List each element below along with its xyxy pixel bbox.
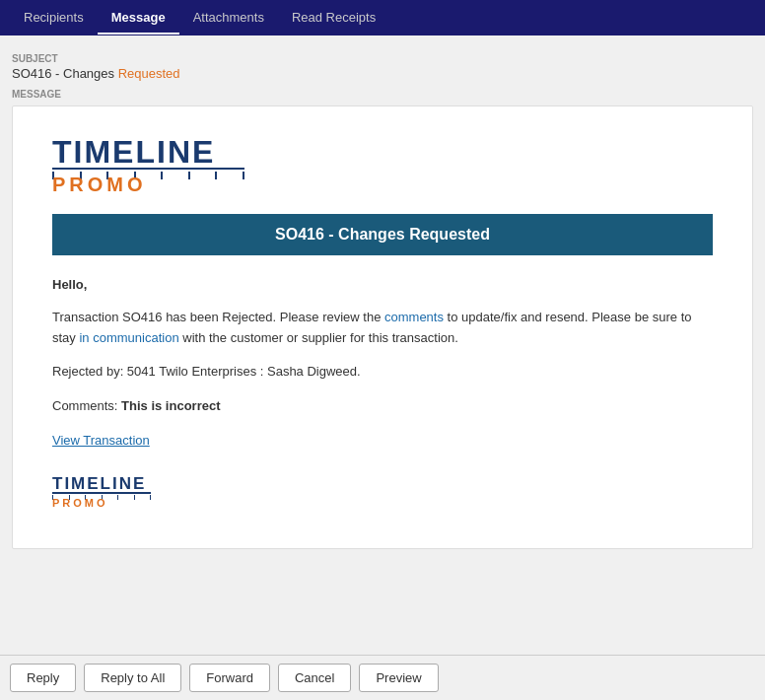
logo-tick-5	[161, 172, 163, 179]
logo-small-tick-6	[134, 495, 135, 500]
message-label: MESSAGE	[12, 89, 753, 100]
tab-message[interactable]: Message	[98, 2, 179, 35]
logo-small-promo: PROMO	[52, 497, 713, 509]
email-header-bar: SO416 - Changes Requested	[52, 214, 713, 255]
preview-button[interactable]: Preview	[359, 664, 438, 692]
logo-tick-8	[243, 172, 244, 179]
email-paragraph2: Rejected by: 5041 Twilo Enterprises : Sa…	[52, 362, 713, 383]
email-comments-prefix: Comments:	[52, 398, 121, 413]
logo-tick-6	[188, 172, 190, 179]
subject-value: SO416 - Changes Requested	[12, 66, 753, 81]
tab-read-receipts[interactable]: Read Receipts	[278, 2, 389, 35]
email-body: Hello, Transaction SO416 has been Reject…	[52, 275, 713, 452]
email-paragraph3: Comments: This is incorrect	[52, 396, 713, 417]
reply-all-button[interactable]: Reply to All	[84, 664, 181, 692]
logo-small-tick-7	[150, 495, 151, 500]
logo-tick-7	[215, 172, 217, 179]
logo-small-tick-5	[117, 495, 118, 500]
email-blue-communication: in communication	[79, 330, 178, 345]
email-hello: Hello,	[52, 275, 713, 296]
tab-attachments[interactable]: Attachments	[179, 2, 278, 35]
email-paragraph1: Transaction SO416 has been Rejected. Ple…	[52, 308, 713, 349]
main-content: SUBJECT SO416 - Changes Requested MESSAG…	[0, 35, 765, 608]
logo-timeline-text: TIMELINE	[52, 136, 713, 168]
logo-small-timeline: TIMELINE	[52, 475, 713, 492]
reply-button[interactable]: Reply	[10, 664, 76, 692]
content-area: SUBJECT SO416 - Changes Requested MESSAG…	[0, 35, 765, 559]
subject-highlight: Requested	[118, 66, 180, 81]
email-card: TIMELINE PROMO S	[12, 105, 753, 549]
email-blue-comments: comments	[384, 310, 444, 324]
logo-hline	[52, 168, 244, 170]
tab-recipients[interactable]: Recipients	[10, 2, 98, 35]
email-view-transaction: View Transaction	[52, 431, 713, 452]
bottom-toolbar: Reply Reply to All Forward Cancel Previe…	[0, 655, 765, 700]
email-comments-bold: This is incorrect	[121, 398, 220, 413]
forward-button[interactable]: Forward	[189, 664, 270, 692]
view-transaction-link[interactable]: View Transaction	[52, 433, 150, 448]
subject-label: SUBJECT	[12, 53, 753, 64]
logo-small: TIMELINE PROMO	[52, 475, 713, 509]
logo-large: TIMELINE PROMO	[52, 136, 713, 196]
cancel-button[interactable]: Cancel	[278, 664, 351, 692]
nav-bar: Recipients Message Attachments Read Rece…	[0, 0, 765, 35]
logo-small-hline	[52, 492, 151, 494]
